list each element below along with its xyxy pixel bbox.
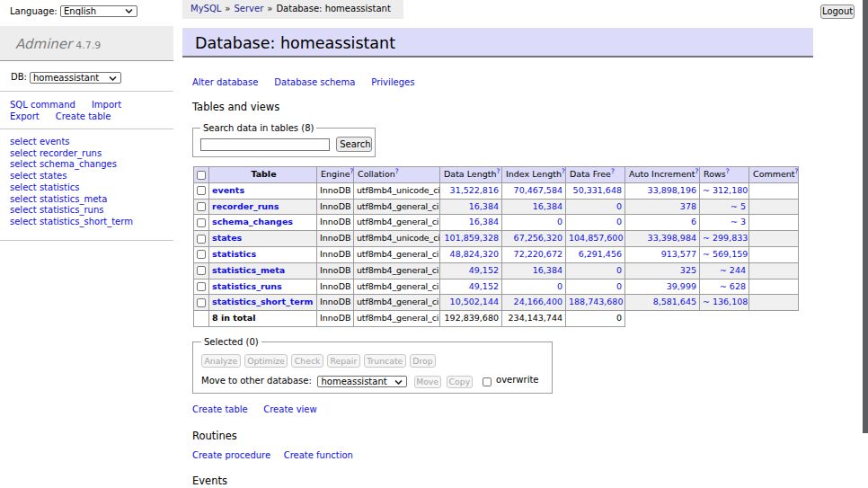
row-checkbox[interactable] bbox=[197, 250, 206, 259]
move-button[interactable]: Move bbox=[414, 376, 441, 388]
link-create-table[interactable]: Create table bbox=[192, 404, 248, 414]
table-link-recorder_runs[interactable]: recorder_runs bbox=[212, 201, 279, 211]
row-checkbox[interactable] bbox=[197, 235, 206, 244]
help-link[interactable]: ? bbox=[726, 167, 730, 175]
value-link-rows[interactable]: ~ 5 bbox=[731, 201, 746, 211]
breadcrumb-link-mysql[interactable]: MySQL bbox=[190, 4, 221, 13]
search-input[interactable] bbox=[200, 138, 330, 151]
value-link-auto_increment[interactable]: 33,398,984 bbox=[648, 233, 696, 243]
value-link-rows[interactable]: ~ 312,180 bbox=[703, 185, 748, 195]
value-link-auto_increment[interactable]: 378 bbox=[680, 201, 696, 211]
value-link-data_length[interactable]: 49,152 bbox=[469, 281, 499, 291]
table-link-statistics_short_term[interactable]: statistics_short_term bbox=[212, 297, 313, 306]
table-link-schema_changes[interactable]: schema_changes bbox=[212, 217, 293, 226]
link-alter-database[interactable]: Alter database bbox=[192, 77, 258, 87]
value-link-index_length[interactable]: 67,256,320 bbox=[514, 233, 562, 243]
table-link-statistics_meta[interactable]: statistics_meta bbox=[212, 265, 285, 275]
sidebar-item-select-recorder_runs[interactable]: select recorder_runs bbox=[10, 148, 133, 160]
value-link-rows[interactable]: ~ 3 bbox=[731, 217, 746, 226]
value-link-rows[interactable]: ~ 569,159 bbox=[703, 249, 748, 259]
sidebar-item-select-statistics_runs[interactable]: select statistics_runs bbox=[10, 205, 133, 217]
value-link-data_free[interactable]: 104,857,600 bbox=[569, 233, 623, 243]
value-link-index_length[interactable]: 16,384 bbox=[533, 265, 562, 275]
help-link[interactable]: ? bbox=[496, 167, 500, 175]
help-link[interactable]: ? bbox=[795, 167, 799, 175]
value-link-data_free[interactable]: 0 bbox=[616, 281, 622, 291]
value-link-index_length[interactable]: 72,220,672 bbox=[514, 249, 562, 259]
help-link[interactable]: ? bbox=[611, 167, 615, 175]
help-link[interactable]: ? bbox=[695, 167, 699, 175]
value-link-auto_increment[interactable]: 913,577 bbox=[661, 249, 696, 259]
value-link-data_length[interactable]: 16,384 bbox=[469, 201, 499, 211]
sidebar-item-select-statistics_short_term[interactable]: select statistics_short_term bbox=[10, 217, 133, 228]
help-link[interactable]: ? bbox=[562, 167, 565, 175]
row-checkbox[interactable] bbox=[197, 298, 206, 307]
value-link-data_length[interactable]: 101,859,328 bbox=[445, 233, 499, 243]
drop-button[interactable]: Drop bbox=[410, 354, 436, 368]
optimize-button[interactable]: Optimize bbox=[244, 354, 288, 368]
value-link-auto_increment[interactable]: 33,898,196 bbox=[648, 185, 696, 195]
sidebar-link-import[interactable]: Import bbox=[92, 100, 121, 110]
value-link-auto_increment[interactable]: 6 bbox=[691, 217, 696, 226]
table-link-statistics[interactable]: statistics bbox=[212, 249, 256, 259]
value-link-index_length[interactable]: 70,467,584 bbox=[514, 185, 562, 195]
value-link-data_length[interactable]: 49,152 bbox=[469, 265, 499, 275]
value-link-data_length[interactable]: 31,522,816 bbox=[450, 185, 499, 195]
value-link-data_free[interactable]: 0 bbox=[616, 201, 622, 211]
value-link-auto_increment[interactable]: 8,581,645 bbox=[653, 297, 696, 306]
sidebar-link-sql-command[interactable]: SQL command bbox=[10, 100, 75, 110]
value-link-index_length[interactable]: 0 bbox=[557, 217, 562, 226]
link-privileges[interactable]: Privileges bbox=[371, 77, 414, 87]
value-link-data_length[interactable]: 10,502,144 bbox=[450, 297, 499, 306]
row-checkbox[interactable] bbox=[197, 218, 206, 227]
value-link-index_length[interactable]: 0 bbox=[557, 281, 562, 291]
row-checkbox[interactable] bbox=[197, 202, 206, 211]
value-link-rows[interactable]: ~ 136,108 bbox=[703, 297, 748, 306]
row-checkbox[interactable] bbox=[197, 186, 206, 195]
row-checkbox[interactable] bbox=[197, 266, 206, 275]
help-link[interactable]: ? bbox=[395, 167, 399, 175]
repair-button[interactable]: Repair bbox=[327, 354, 360, 368]
overwrite-checkbox[interactable] bbox=[483, 377, 492, 386]
breadcrumb-link-server[interactable]: Server bbox=[234, 4, 263, 13]
scrollbar-thumb[interactable] bbox=[863, 0, 868, 433]
sidebar-item-select-statistics[interactable]: select statistics bbox=[10, 182, 133, 194]
value-link-data_free[interactable]: 188,743,680 bbox=[569, 297, 623, 306]
sidebar-link-create-table[interactable]: Create table bbox=[56, 111, 111, 121]
select-all-checkbox[interactable] bbox=[197, 171, 206, 180]
logout-button[interactable]: Logout bbox=[820, 4, 855, 19]
link-create-view[interactable]: Create view bbox=[263, 404, 316, 414]
row-checkbox[interactable] bbox=[197, 282, 206, 291]
link-database-schema[interactable]: Database schema bbox=[274, 77, 355, 87]
check-button[interactable]: Check bbox=[291, 354, 323, 368]
sidebar-item-select-events[interactable]: select events bbox=[10, 137, 133, 148]
table-link-statistics_runs[interactable]: statistics_runs bbox=[212, 281, 282, 291]
value-link-auto_increment[interactable]: 325 bbox=[680, 265, 696, 275]
table-link-states[interactable]: states bbox=[212, 233, 242, 243]
sidebar-link-export[interactable]: Export bbox=[10, 111, 40, 121]
sidebar-item-select-states[interactable]: select states bbox=[10, 171, 133, 182]
search-button[interactable]: Search bbox=[336, 137, 372, 152]
language-select[interactable]: English bbox=[60, 5, 137, 17]
value-link-data_length[interactable]: 16,384 bbox=[469, 217, 499, 226]
value-link-data_free[interactable]: 0 bbox=[616, 217, 622, 226]
help-link[interactable]: ? bbox=[350, 167, 354, 175]
value-link-data_length[interactable]: 48,824,320 bbox=[450, 249, 499, 259]
truncate-button[interactable]: Truncate bbox=[364, 354, 406, 368]
value-link-data_free[interactable]: 50,331,648 bbox=[573, 185, 622, 195]
sidebar-item-select-statistics_meta[interactable]: select statistics_meta bbox=[10, 194, 133, 206]
value-link-data_free[interactable]: 0 bbox=[616, 265, 622, 275]
db-select[interactable]: homeassistant bbox=[30, 72, 121, 84]
adminer-logo-link[interactable]: Adminer bbox=[15, 36, 72, 52]
link-create-function[interactable]: Create function bbox=[284, 450, 353, 460]
value-link-rows[interactable]: ~ 299,833 bbox=[703, 233, 748, 243]
value-link-rows[interactable]: ~ 628 bbox=[720, 281, 746, 291]
value-link-data_free[interactable]: 6,291,456 bbox=[579, 249, 622, 259]
analyze-button[interactable]: Analyze bbox=[201, 354, 241, 368]
sidebar-item-select-schema_changes[interactable]: select schema_changes bbox=[10, 159, 133, 171]
table-link-events[interactable]: events bbox=[212, 185, 244, 195]
move-database-select[interactable]: homeassistant bbox=[317, 376, 407, 387]
value-link-index_length[interactable]: 24,166,400 bbox=[514, 297, 562, 306]
value-link-index_length[interactable]: 16,384 bbox=[533, 201, 562, 211]
scrollbar-track[interactable] bbox=[862, 0, 868, 488]
